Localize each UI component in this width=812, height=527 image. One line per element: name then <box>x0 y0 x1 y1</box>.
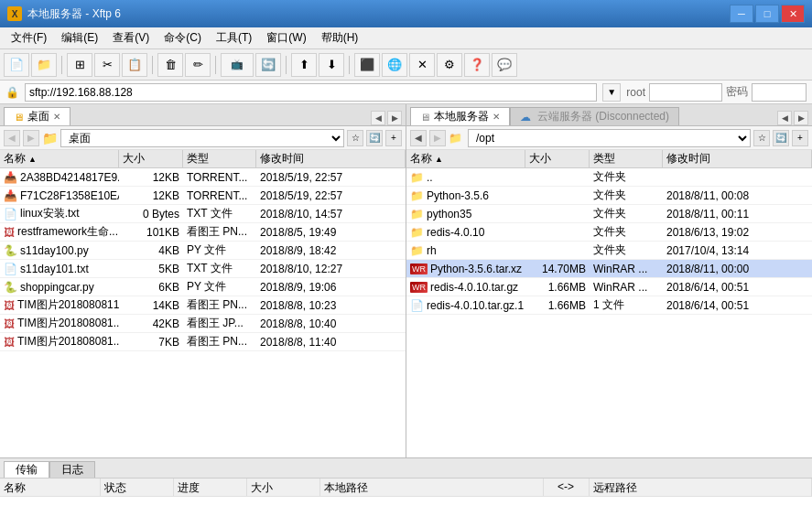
left-refresh-btn[interactable]: 🔄 <box>366 130 383 146</box>
left-cell-date: 2018/8/9, 18:42 <box>256 244 406 257</box>
left-tab-desktop[interactable]: 🖥 桌面 ✕ <box>4 107 70 125</box>
right-newfolder-btn[interactable]: + <box>792 130 808 146</box>
menu-item-编辑E[interactable]: 编辑(E) <box>54 27 105 48</box>
left-file-row[interactable]: 🐍 s11day100.py 4KB PY 文件 2018/8/9, 18:42 <box>0 242 406 260</box>
menu-item-文件F[interactable]: 文件(F) <box>4 27 54 48</box>
address-dropdown[interactable]: ▼ <box>602 83 621 102</box>
left-file-row[interactable]: 📥 2A38BD4214817E9... 12KB TORRENT... 201… <box>0 168 406 187</box>
right-bookmark-btn[interactable]: ☆ <box>753 130 770 146</box>
left-cell-date: 2018/8/8, 10:40 <box>256 317 406 330</box>
address-input[interactable] <box>25 83 597 102</box>
toolbar-new-btn[interactable]: 📄 <box>4 53 29 77</box>
left-file-row[interactable]: 📥 F71C28F1358E10EA... 12KB TORRENT... 20… <box>0 187 406 205</box>
left-cell-type: 看图王 PN... <box>183 224 256 240</box>
toolbar-sep-4 <box>286 56 287 74</box>
right-panel-prev[interactable]: ◀ <box>777 111 792 125</box>
toolbar-copy-btn[interactable]: ⊞ <box>67 53 92 77</box>
minimize-button[interactable]: ─ <box>730 5 753 23</box>
toolbar-delete-btn[interactable]: 🗑 <box>157 53 183 77</box>
right-refresh-btn[interactable]: 🔄 <box>773 130 789 146</box>
right-col-name[interactable]: 名称 ▲ <box>406 150 525 167</box>
left-tab-bar: 🖥 桌面 ✕ ◀ ▶ <box>0 104 406 126</box>
right-file-row[interactable]: 📄 redis-4.0.10.tar.gz.1 1.66MB 1 文件 2018… <box>406 296 812 315</box>
toolbar-refresh-btn[interactable]: 🔄 <box>255 53 281 77</box>
toolbar-download-btn[interactable]: ⬇ <box>319 53 344 77</box>
left-cell-size: 12KB <box>119 171 183 184</box>
left-col-type[interactable]: 类型 <box>183 150 256 167</box>
folder-icon: 📁 <box>410 171 424 184</box>
right-file-row[interactable]: WR redis-4.0.10.tar.gz 1.66MB WinRAR ...… <box>406 278 812 296</box>
right-file-row[interactable]: 📁 redis-4.0.10 文件夹 2018/6/13, 19:02 <box>406 223 812 242</box>
left-panel-prev[interactable]: ◀ <box>371 111 385 125</box>
right-file-list[interactable]: 名称 ▲ 大小 类型 修改时间 📁 .. 文件夹 <box>406 150 812 457</box>
left-file-row[interactable]: 📄 linux安装.txt 0 Bytes TXT 文件 2018/8/10, … <box>0 205 406 223</box>
left-file-row[interactable]: 🖼 TIM图片201808081... 42KB 看图王 JP... 2018/… <box>0 315 406 333</box>
maximize-button[interactable]: □ <box>755 5 779 23</box>
menu-item-工具T[interactable]: 工具(T) <box>209 27 259 48</box>
toolbar-sep-5 <box>349 56 350 74</box>
left-file-row[interactable]: 🖼 restframework生命... 101KB 看图王 PN... 201… <box>0 223 406 242</box>
right-file-row[interactable]: 📁 Python-3.5.6 文件夹 2018/8/11, 00:08 <box>406 187 812 205</box>
left-bookmark-btn[interactable]: ☆ <box>347 130 363 146</box>
right-back-btn[interactable]: ◀ <box>410 130 427 146</box>
right-col-size[interactable]: 大小 <box>525 150 590 167</box>
img-icon: 🖼 <box>4 336 15 349</box>
toolbar-folder-btn[interactable]: 📁 <box>31 53 57 77</box>
right-tab-local-close[interactable]: ✕ <box>493 112 500 122</box>
right-file-row[interactable]: 📁 .. 文件夹 <box>406 168 812 187</box>
left-file-row[interactable]: 🖼 TIM图片201808081... 7KB 看图王 PN... 2018/8… <box>0 333 406 351</box>
left-file-row[interactable]: 📄 s11day101.txt 5KB TXT 文件 2018/8/10, 12… <box>0 260 406 278</box>
window-title: 本地服务器 - Xftp 6 <box>27 6 730 22</box>
left-col-date[interactable]: 修改时间 <box>256 150 406 167</box>
toolbar-upload-btn[interactable]: ⬆ <box>291 53 317 77</box>
folder-icon: 📁 <box>410 208 424 220</box>
right-file-row[interactable]: 📁 python35 文件夹 2018/8/11, 00:11 <box>406 205 812 223</box>
left-panel-next[interactable]: ▶ <box>387 111 402 125</box>
left-cell-type: 看图王 JP... <box>183 316 256 331</box>
left-newfolder-btn[interactable]: + <box>385 130 402 146</box>
right-col-type[interactable]: 类型 <box>590 150 663 167</box>
username-input[interactable] <box>649 83 722 102</box>
right-tab-local[interactable]: 🖥 本地服务器 ✕ <box>410 107 510 125</box>
right-forward-btn[interactable]: ▶ <box>429 130 446 146</box>
left-col-size[interactable]: 大小 <box>119 150 183 167</box>
toolbar-disconnect-btn[interactable]: ✕ <box>409 53 435 77</box>
toolbar-help-btn[interactable]: ❓ <box>464 53 490 77</box>
left-col-name[interactable]: 名称 ▲ <box>0 150 119 167</box>
toolbar-rename-btn[interactable]: ✏ <box>185 53 211 77</box>
toolbar-connect-btn[interactable]: 🌐 <box>382 53 407 77</box>
left-cell-date: 2018/8/9, 19:06 <box>256 281 406 294</box>
right-cell-name: WR Python-3.5.6.tar.xz <box>406 263 525 275</box>
toolbar-paste-btn[interactable]: 📋 <box>122 53 147 77</box>
transfer-tab-log[interactable]: 日志 <box>49 461 95 478</box>
left-cell-type: PY 文件 <box>183 279 256 295</box>
right-cell-type: WinRAR ... <box>590 263 663 275</box>
transfer-tab-transfer[interactable]: 传输 <box>4 461 49 478</box>
menu-item-命令C[interactable]: 命令(C) <box>157 27 209 48</box>
left-forward-btn[interactable]: ▶ <box>23 130 39 146</box>
menu-item-查看V[interactable]: 查看(V) <box>105 27 157 48</box>
left-file-row[interactable]: 🐍 shoppingcar.py 6KB PY 文件 2018/8/9, 19:… <box>0 278 406 296</box>
left-file-list[interactable]: 名称 ▲ 大小 类型 修改时间 📥 2A38BD4214817E9... 12K… <box>0 150 406 457</box>
toolbar-info-btn[interactable]: 💬 <box>492 53 517 77</box>
left-cell-date: 2018/8/5, 19:49 <box>256 226 406 239</box>
right-path-select[interactable]: /opt <box>468 129 751 147</box>
left-path-select[interactable]: 桌面 <box>60 129 344 147</box>
right-file-row[interactable]: 📁 rh 文件夹 2017/10/4, 13:14 <box>406 242 812 260</box>
right-tab-cloud[interactable]: ☁ 云端服务器 (Disconnected) <box>510 107 679 125</box>
toolbar-settings-btn[interactable]: ⚙ <box>437 53 462 77</box>
left-file-row[interactable]: 🖼 TIM图片2018080811... 14KB 看图王 PN... 2018… <box>0 296 406 315</box>
left-tab-close[interactable]: ✕ <box>53 112 60 122</box>
left-back-btn[interactable]: ◀ <box>4 130 20 146</box>
toolbar-monitor-btn[interactable]: 📺 <box>221 53 254 77</box>
right-file-row[interactable]: WR Python-3.5.6.tar.xz 14.70MB WinRAR ..… <box>406 260 812 278</box>
menu-item-帮助H[interactable]: 帮助(H) <box>314 27 366 48</box>
left-cell-type: TORRENT... <box>183 189 256 202</box>
password-input[interactable] <box>752 83 807 102</box>
right-col-date[interactable]: 修改时间 <box>663 150 812 167</box>
menu-item-窗口W[interactable]: 窗口(W) <box>259 27 313 48</box>
right-panel-next[interactable]: ▶ <box>794 111 808 125</box>
toolbar-stop-btn[interactable]: ⬛ <box>354 53 380 77</box>
close-button[interactable]: ✕ <box>781 5 805 23</box>
toolbar-cut-btn[interactable]: ✂ <box>94 53 120 77</box>
